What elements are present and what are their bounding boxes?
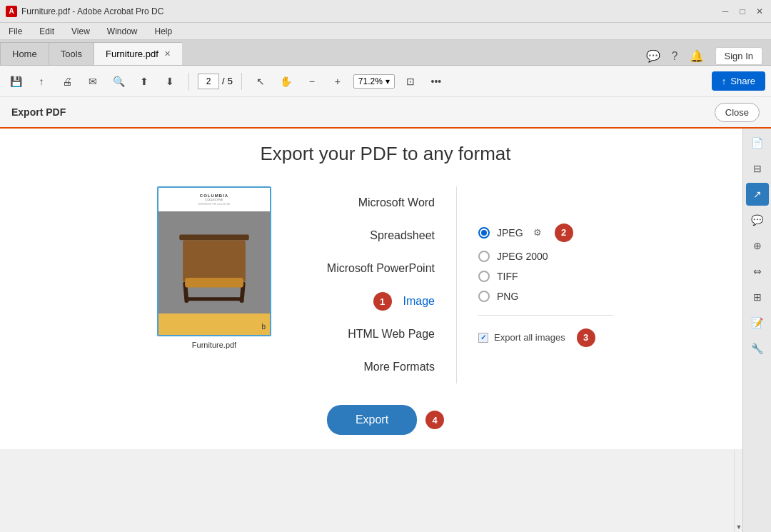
- export-button-area: Export 4: [327, 405, 444, 449]
- export-body: COLUMBIA COLLECTIVE INSPIRED BY THE COLL…: [93, 186, 678, 383]
- share-button[interactable]: ↑ Share: [712, 71, 765, 91]
- sign-in-button[interactable]: Sign In: [715, 47, 762, 65]
- option-jpeg2000[interactable]: JPEG 2000: [478, 251, 614, 262]
- tiff-label: TIFF: [497, 271, 518, 282]
- minimize-button[interactable]: ─: [720, 6, 731, 17]
- help-icon[interactable]: ?: [672, 50, 678, 63]
- export-heading: Export your PDF to any format: [260, 143, 510, 165]
- preview-image: [158, 211, 270, 313]
- zoom-in-button[interactable]: +: [328, 71, 348, 91]
- format-item-spreadsheet[interactable]: Spreadsheet: [300, 219, 435, 252]
- page-separator: /: [222, 76, 225, 86]
- app-icon: [6, 6, 17, 17]
- jpeg2000-label: JPEG 2000: [497, 251, 548, 262]
- format-item-word[interactable]: Microsoft Word: [300, 186, 435, 219]
- tab-close-icon[interactable]: ✕: [164, 49, 171, 59]
- maximize-button[interactable]: □: [737, 6, 748, 17]
- print-button[interactable]: 🖨: [57, 71, 77, 91]
- format-item-image[interactable]: 1 Image: [300, 285, 435, 318]
- zoom-dropdown-icon: ▾: [386, 76, 390, 86]
- close-export-button[interactable]: Close: [715, 103, 760, 122]
- badge-4: 4: [425, 411, 444, 429]
- menu-window[interactable]: Window: [104, 25, 141, 38]
- radio-png[interactable]: [478, 291, 490, 302]
- sidebar-merge-icon[interactable]: ⊕: [746, 234, 769, 257]
- sidebar-pdf-icon[interactable]: 📄: [746, 131, 769, 154]
- sidebar-compare-icon[interactable]: ⇔: [746, 260, 769, 283]
- radio-tiff[interactable]: [478, 271, 490, 282]
- sidebar-protect-icon[interactable]: 📝: [746, 311, 769, 334]
- hand-tool[interactable]: ✋: [276, 71, 296, 91]
- more-tools-button[interactable]: •••: [426, 71, 446, 91]
- page-navigation: / 5: [198, 74, 233, 89]
- pdf-preview-thumbnail: COLUMBIA COLLECTIVE INSPIRED BY THE COLL…: [157, 186, 271, 336]
- svg-rect-6: [185, 278, 243, 288]
- option-tiff[interactable]: TIFF: [478, 271, 614, 282]
- format-item-html[interactable]: HTML Web Page: [300, 318, 435, 351]
- menu-help[interactable]: Help: [152, 25, 176, 38]
- menu-file[interactable]: File: [6, 25, 25, 38]
- format-label-spreadsheet[interactable]: Spreadsheet: [370, 219, 435, 252]
- png-label: PNG: [497, 291, 518, 302]
- chat-icon[interactable]: 💬: [646, 49, 660, 63]
- badge-2: 2: [555, 224, 573, 242]
- menu-view[interactable]: View: [69, 25, 93, 38]
- jpeg-settings-icon[interactable]: ⚙: [533, 227, 542, 238]
- format-label-powerpoint[interactable]: Microsoft PowerPoint: [327, 252, 435, 285]
- divider-2: [241, 73, 242, 90]
- svg-rect-2: [183, 240, 246, 282]
- window-controls[interactable]: ─ □ ✕: [720, 6, 765, 17]
- zoom-value: 71.2%: [358, 76, 383, 86]
- badge-1: 1: [373, 292, 392, 311]
- tab-home[interactable]: Home: [0, 42, 49, 65]
- sidebar-export-icon[interactable]: ↗: [746, 183, 769, 206]
- zoom-selector[interactable]: 71.2% ▾: [353, 74, 395, 89]
- select-tool[interactable]: ↖: [251, 71, 271, 91]
- preview-content: COLUMBIA COLLECTIVE INSPIRED BY THE COLL…: [158, 188, 270, 335]
- window-title: Furniture.pdf - Adobe Acrobat Pro DC: [21, 6, 163, 16]
- upload-button[interactable]: ↑: [31, 71, 51, 91]
- fit-page-button[interactable]: ⊡: [400, 71, 420, 91]
- close-button[interactable]: ✕: [754, 6, 765, 17]
- sidebar-compress-icon[interactable]: ⊞: [746, 286, 769, 308]
- export-button[interactable]: Export: [327, 405, 417, 435]
- sidebar-layout-icon[interactable]: ⊟: [746, 157, 769, 180]
- email-button[interactable]: ✉: [83, 71, 103, 91]
- download-button[interactable]: ⬇: [160, 71, 180, 91]
- page-number-input[interactable]: [198, 74, 219, 89]
- format-item-more[interactable]: More Formats: [300, 351, 435, 383]
- save-button[interactable]: 💾: [6, 71, 26, 91]
- zoom-out-button[interactable]: −: [302, 71, 322, 91]
- option-png[interactable]: PNG: [478, 291, 614, 302]
- format-label-word[interactable]: Microsoft Word: [358, 186, 435, 219]
- sidebar-settings-icon[interactable]: 🔧: [746, 337, 769, 360]
- preview-page-indicator: b: [261, 323, 266, 331]
- chair-illustration: [158, 211, 270, 313]
- format-label-more[interactable]: More Formats: [363, 351, 435, 383]
- options-divider: [478, 315, 614, 316]
- search-button[interactable]: 🔍: [109, 71, 128, 91]
- menu-bar: File Edit View Window Help: [0, 23, 771, 40]
- main-content: Export your PDF to any format COLUMBIA C…: [0, 129, 771, 449]
- export-all-images-checkbox[interactable]: [478, 333, 488, 343]
- format-item-powerpoint[interactable]: Microsoft PowerPoint: [300, 252, 435, 285]
- badge-3: 3: [577, 328, 595, 347]
- sidebar-comment-icon[interactable]: 💬: [746, 209, 769, 231]
- option-jpeg[interactable]: JPEG ⚙ 2: [478, 224, 614, 242]
- share-pdf-button[interactable]: ⬆: [134, 71, 154, 91]
- radio-jpeg2000[interactable]: [478, 251, 490, 262]
- pdf-preview-section: COLUMBIA COLLECTIVE INSPIRED BY THE COLL…: [157, 186, 271, 383]
- share-icon: ↑: [722, 76, 727, 86]
- radio-jpeg[interactable]: [478, 227, 490, 239]
- jpeg-label: JPEG: [497, 227, 523, 239]
- notification-icon[interactable]: 🔔: [690, 49, 704, 63]
- export-all-images-option[interactable]: Export all images 3: [478, 328, 614, 347]
- format-label-image[interactable]: Image: [403, 285, 435, 318]
- tab-furniture-pdf[interactable]: Furniture.pdf ✕: [94, 42, 182, 65]
- format-label-html[interactable]: HTML Web Page: [348, 318, 435, 351]
- menu-edit[interactable]: Edit: [36, 25, 57, 38]
- svg-rect-5: [186, 297, 242, 301]
- tab-tools[interactable]: Tools: [49, 42, 94, 65]
- toolbar: 💾 ↑ 🖨 ✉ 🔍 ⬆ ⬇ / 5 ↖ ✋ − + 71.2% ▾ ⊡ ••• …: [0, 66, 771, 97]
- format-list: Microsoft Word Spreadsheet Microsoft Pow…: [300, 186, 457, 383]
